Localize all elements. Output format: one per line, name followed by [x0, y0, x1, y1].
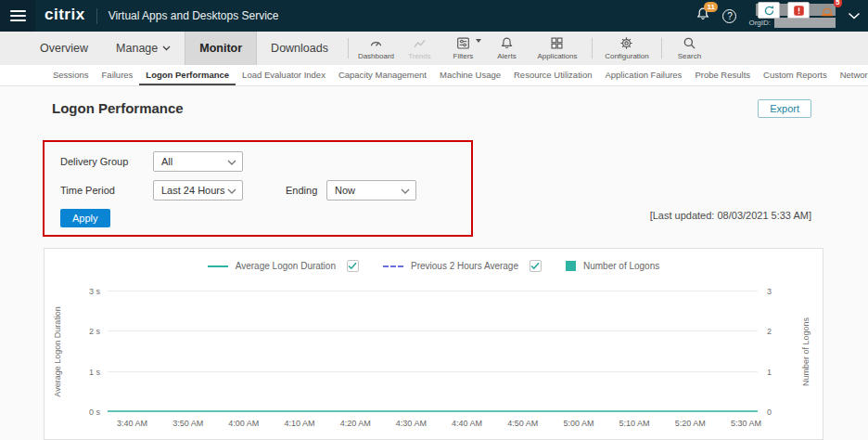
divider [96, 8, 97, 24]
subnav-tab[interactable]: Resource Utilization [507, 65, 598, 85]
delivery-group-value: All [161, 156, 172, 167]
x-tick-label: 5:00 AM [563, 419, 594, 428]
gear-icon [619, 36, 633, 50]
left-axis-label: Average Logon Duration [50, 291, 65, 412]
divider [661, 38, 662, 58]
delivery-group-label: Delivery Group [60, 156, 128, 167]
legend-label: Number of Logons [583, 261, 659, 271]
subnav-tabs: SessionsFailuresLogon PerformanceLoad Ev… [46, 65, 868, 85]
refresh-button[interactable] [758, 2, 780, 19]
top-bar: citrix Virtual Apps and Desktops Service… [0, 0, 868, 32]
search-icon [683, 36, 696, 50]
x-tick-label: 3:40 AM [117, 419, 147, 428]
service-title: Virtual Apps and Desktops Service [108, 9, 279, 22]
trends-icon [413, 36, 427, 50]
subnav-actions: 5 [758, 2, 835, 19]
y-tick-left: 1 s [70, 368, 100, 377]
ending-label: Ending [286, 185, 317, 196]
account-chevron-down-icon[interactable] [848, 12, 861, 19]
notifications-bell-icon[interactable]: 11 [696, 6, 710, 25]
alerts-bell-icon [500, 36, 514, 50]
subnav-tab[interactable]: Sessions [46, 65, 96, 85]
x-tick-label: 5:20 AM [675, 419, 706, 428]
check-icon [348, 262, 357, 270]
tool-filters[interactable]: Filters [441, 32, 485, 65]
alarm-icon [820, 3, 835, 18]
ending-select[interactable]: Now [326, 180, 416, 201]
export-button[interactable]: Export [758, 99, 811, 118]
subnav-tab[interactable]: Logon Performance [139, 65, 236, 85]
page-title: Logon Performance [52, 100, 184, 116]
y-tick-right: 1 [767, 368, 772, 377]
warning-alerts-button[interactable]: 5 [820, 3, 835, 18]
chevron-down-icon [162, 45, 171, 51]
x-tick-label: 4:00 AM [228, 419, 259, 428]
y-tick-right: 0 [767, 408, 772, 417]
tool-search[interactable]: Search [668, 32, 711, 65]
y-tick-left: 3 s [70, 287, 100, 296]
x-tick-label: 4:30 AM [396, 419, 427, 428]
x-tick-label: 4:50 AM [507, 419, 538, 428]
legend-dashed-line-swatch [383, 265, 403, 267]
y-tick-left: 2 s [70, 327, 100, 336]
filters-icon [456, 36, 470, 50]
divider [348, 38, 349, 58]
x-tick-label: 3:50 AM [172, 419, 203, 428]
tool-alerts[interactable]: Alerts [485, 32, 529, 65]
y-tick-right: 3 [767, 287, 772, 296]
subnav-tab[interactable]: Failures [96, 65, 140, 85]
app-window: citrix Virtual Apps and Desktops Service… [0, 0, 868, 440]
chevron-down-icon [227, 160, 236, 165]
x-tick-label: 4:10 AM [285, 419, 315, 428]
chevron-down-icon [401, 188, 410, 194]
last-updated-text: [Last updated: 08/03/2021 5:33 AM] [650, 210, 811, 221]
nav-item-overview[interactable]: Overview [26, 32, 102, 65]
tool-applications[interactable]: Applications [529, 32, 586, 65]
critical-alert-icon [793, 5, 805, 17]
time-period-label: Time Period [60, 185, 115, 196]
chart-series-svg [108, 291, 758, 412]
legend-item-number-of-logons: Number of Logons [566, 261, 659, 271]
chart-plot: 0 s01 s12 s23 s3 [108, 291, 758, 412]
refresh-icon [763, 5, 775, 17]
apply-button[interactable]: Apply [60, 209, 110, 227]
x-tick-label: 5:10 AM [619, 419, 650, 428]
subnav-tab[interactable]: Network [834, 65, 868, 85]
time-period-value: Last 24 Hours [161, 185, 224, 196]
subnav-tab[interactable]: Capacity Management [332, 65, 433, 85]
divider [592, 38, 593, 58]
primary-nav: Overview Manage Monitor Downloads Dashbo… [0, 32, 868, 65]
subnav-tab[interactable]: Custom Reports [757, 65, 834, 85]
hamburger-menu-icon[interactable] [0, 0, 35, 32]
previous-2-hours-average-checkbox[interactable] [530, 260, 542, 272]
tool-dashboard[interactable]: Dashboard [354, 32, 398, 65]
legend-item-average-logon-duration: Average Logon Duration [208, 260, 359, 272]
subnav-tab[interactable]: Probe Results [688, 65, 757, 85]
help-icon[interactable]: ? [722, 9, 736, 23]
x-tick-label: 4:40 AM [452, 419, 482, 428]
time-period-select[interactable]: Last 24 Hours [153, 180, 243, 201]
redacted-org-id [774, 18, 836, 28]
nav-item-monitor[interactable]: Monitor [185, 32, 257, 65]
org-id-label: OrgID: [748, 19, 771, 27]
citrix-logo: citrix [45, 6, 85, 24]
critical-alerts-button[interactable] [787, 2, 810, 19]
subnav-tab[interactable]: Machine Usage [433, 65, 507, 85]
dashboard-icon [369, 36, 383, 50]
tool-configuration[interactable]: Configuration [598, 32, 656, 65]
delivery-group-select[interactable]: All [153, 151, 243, 172]
notification-badge: 11 [704, 2, 717, 12]
right-axis-label: Number of Logons [798, 291, 813, 412]
y-tick-right: 2 [767, 327, 772, 336]
average-logon-duration-checkbox[interactable] [347, 260, 359, 272]
tool-trends: Trends [398, 32, 441, 65]
nav-tools: Dashboard Trends Filters [354, 32, 711, 65]
subnav-tab[interactable]: Load Evaluator Index [236, 65, 332, 85]
check-icon [530, 262, 540, 270]
nav-item-manage[interactable]: Manage [102, 32, 185, 65]
subnav-tab[interactable]: Application Failures [598, 65, 688, 85]
logon-performance-chart-card: Average Logon Duration Previous 2 Hours … [44, 248, 823, 440]
nav-item-downloads[interactable]: Downloads [257, 32, 342, 65]
legend-item-previous-2-hours-average: Previous 2 Hours Average [383, 260, 542, 272]
applications-grid-icon [550, 36, 564, 50]
